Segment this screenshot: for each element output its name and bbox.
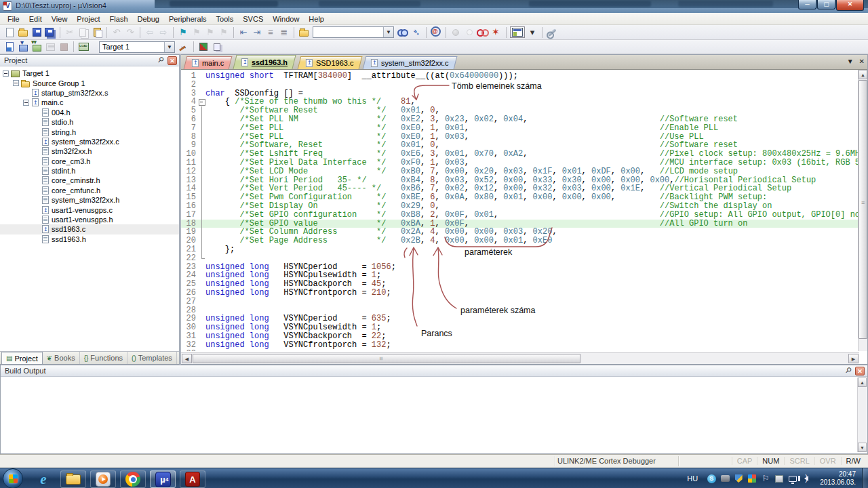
scroll-thumb[interactable] bbox=[859, 80, 867, 339]
bookmark-clear-icon[interactable] bbox=[218, 26, 230, 38]
pin-icon[interactable] bbox=[844, 367, 853, 375]
tree-item-stdio.h[interactable]: stdio.h bbox=[0, 117, 179, 127]
taskbar-internet-explorer[interactable]: e bbox=[31, 470, 56, 488]
chevron-down-icon[interactable]: ▼ bbox=[164, 42, 174, 52]
tree-item-source group 1[interactable]: Source Group 1 bbox=[0, 78, 179, 87]
tray-program-grid-icon[interactable] bbox=[747, 473, 758, 484]
scroll-right-icon[interactable]: ▶ bbox=[848, 354, 859, 363]
save-all-icon[interactable] bbox=[44, 26, 56, 38]
editor-tab-ssd1963.c[interactable]: SSD1963.c bbox=[297, 56, 361, 69]
open-icon[interactable] bbox=[17, 26, 29, 38]
taskbar-windows-explorer[interactable] bbox=[60, 470, 86, 488]
menu-view[interactable]: View bbox=[47, 14, 73, 24]
taskbar-uvision[interactable]: µ4 bbox=[150, 470, 176, 488]
collapse-icon[interactable] bbox=[23, 100, 29, 106]
editor-tab-system_stm32f2xx.c[interactable]: system_stm32f2xx.c bbox=[363, 56, 457, 69]
tray-security-shield-icon[interactable] bbox=[733, 473, 745, 484]
tree-item-string.h[interactable]: string.h bbox=[0, 127, 179, 136]
bookmark-prev-icon[interactable] bbox=[191, 26, 203, 38]
menu-edit[interactable]: Edit bbox=[24, 14, 47, 24]
panel-tab-project[interactable]: ▤Project bbox=[1, 352, 43, 364]
tray-network-icon[interactable] bbox=[787, 473, 799, 484]
tree-item-usart1-venusgps.h[interactable]: usart1-venusgps.h bbox=[0, 215, 179, 224]
find-combo[interactable]: ▼ bbox=[313, 26, 394, 38]
forward-icon[interactable] bbox=[157, 26, 170, 38]
tree-item-ssd1963.h[interactable]: ssd1963.h bbox=[0, 235, 179, 244]
disable-breakpoints-icon[interactable] bbox=[477, 26, 489, 38]
pin-icon[interactable] bbox=[157, 56, 165, 65]
window-layout-icon[interactable] bbox=[510, 26, 525, 38]
menu-tools[interactable]: Tools bbox=[212, 14, 239, 24]
rebuild-icon[interactable] bbox=[31, 41, 43, 53]
taskbar-media-player[interactable] bbox=[90, 470, 116, 488]
collapse-icon[interactable] bbox=[3, 70, 9, 77]
tray-media-device-icon[interactable] bbox=[719, 473, 731, 484]
tree-item-core_cmfunc.h[interactable]: core_cmfunc.h bbox=[0, 186, 179, 195]
save-icon[interactable] bbox=[31, 26, 43, 38]
debug-session-icon[interactable] bbox=[430, 26, 442, 38]
back-icon[interactable] bbox=[144, 26, 156, 38]
batch-build-icon[interactable] bbox=[44, 41, 56, 53]
scroll-up-icon[interactable]: ▲ bbox=[858, 378, 867, 387]
taskbar-chrome[interactable] bbox=[120, 470, 146, 488]
panel-tab-functions[interactable]: {}Functions bbox=[80, 352, 127, 364]
paste-icon[interactable] bbox=[91, 26, 103, 38]
layout-dropdown-icon[interactable] bbox=[526, 26, 538, 38]
download-icon[interactable]: LOAD bbox=[77, 41, 90, 53]
tray-skype-icon[interactable]: S bbox=[706, 473, 717, 484]
target-select[interactable]: Target 1▼ bbox=[99, 41, 175, 53]
minimize-button[interactable]: ─ bbox=[798, 0, 816, 9]
editor-horizontal-scrollbar[interactable]: ◀ ▶ bbox=[181, 352, 859, 364]
collapse-icon[interactable] bbox=[13, 80, 19, 86]
menu-debug[interactable]: Debug bbox=[133, 14, 164, 24]
bookmark-icon[interactable] bbox=[177, 26, 189, 38]
tree-item-ssd1963.c[interactable]: ssd1963.c bbox=[0, 224, 179, 234]
language-indicator[interactable]: HU bbox=[687, 474, 698, 483]
undo-icon[interactable] bbox=[111, 26, 123, 38]
bookmark-next-icon[interactable] bbox=[204, 26, 216, 38]
translate-icon[interactable] bbox=[3, 41, 16, 53]
tray-volume-icon[interactable] bbox=[801, 473, 812, 484]
new-file-icon[interactable] bbox=[3, 26, 16, 38]
tree-item-stm32f2xx.h[interactable]: stm32f2xx.h bbox=[0, 146, 179, 156]
breakpoint-led2-icon[interactable] bbox=[463, 26, 475, 38]
manage-components-icon[interactable] bbox=[197, 41, 210, 53]
close-button[interactable]: ✕ bbox=[836, 0, 864, 11]
build-icon[interactable] bbox=[17, 41, 29, 53]
scroll-down-icon[interactable]: ▼ bbox=[858, 443, 867, 452]
fold-marker[interactable] bbox=[199, 98, 205, 106]
menu-flash[interactable]: Flash bbox=[105, 14, 133, 24]
panel-tab-books[interactable]: ❦Books bbox=[43, 352, 80, 364]
tree-item-stdint.h[interactable]: stdint.h bbox=[0, 166, 179, 176]
project-panel-close-icon[interactable]: ✕ bbox=[167, 56, 177, 65]
stop-build-icon[interactable] bbox=[58, 41, 70, 53]
scroll-left-icon[interactable]: ◀ bbox=[182, 354, 192, 363]
scroll-thumb[interactable] bbox=[193, 354, 580, 363]
editor-tab-ssd1963.h[interactable]: ssd1963.h bbox=[233, 55, 296, 69]
editor-vertical-scrollbar[interactable]: ▲ bbox=[858, 70, 867, 351]
menu-file[interactable]: File bbox=[3, 14, 24, 24]
build-output-close-icon[interactable]: ✕ bbox=[855, 367, 865, 375]
options-for-target-icon[interactable] bbox=[178, 41, 190, 53]
menu-help[interactable]: Help bbox=[304, 14, 329, 24]
tree-item-system_stm32f2xx.h[interactable]: system_stm32f2xx.h bbox=[0, 195, 179, 205]
configure-tools-icon[interactable] bbox=[546, 26, 558, 38]
tray-installer-icon[interactable] bbox=[774, 473, 785, 484]
tree-item-startup_stm32f2xx.s[interactable]: startup_stm32f2xx.s bbox=[0, 88, 179, 98]
taskbar-clock[interactable]: 20:47 2013.06.03. bbox=[820, 470, 856, 487]
editor-tab-main.c[interactable]: main.c bbox=[184, 56, 233, 69]
menu-project[interactable]: Project bbox=[72, 14, 104, 24]
copy-icon[interactable] bbox=[77, 26, 90, 38]
menu-svcs[interactable]: SVCS bbox=[238, 14, 268, 24]
comment-icon[interactable] bbox=[264, 26, 277, 38]
maximize-button[interactable]: ▢ bbox=[817, 0, 835, 9]
build-output-content[interactable] bbox=[1, 377, 867, 453]
tree-item-usart1-venusgps.c[interactable]: usart1-venusgps.c bbox=[0, 205, 179, 214]
indent-icon[interactable] bbox=[251, 26, 263, 38]
find-in-files-icon[interactable] bbox=[397, 26, 409, 38]
tree-item-system_stm32f2xx.c[interactable]: system_stm32f2xx.c bbox=[0, 137, 179, 146]
tree-item-core_cm3.h[interactable]: core_cm3.h bbox=[0, 157, 179, 166]
taskbar-adobe-reader[interactable]: A bbox=[180, 470, 205, 488]
configure-flash-icon[interactable] bbox=[298, 26, 310, 38]
panel-tab-templates[interactable]: ()Templates bbox=[127, 352, 177, 364]
